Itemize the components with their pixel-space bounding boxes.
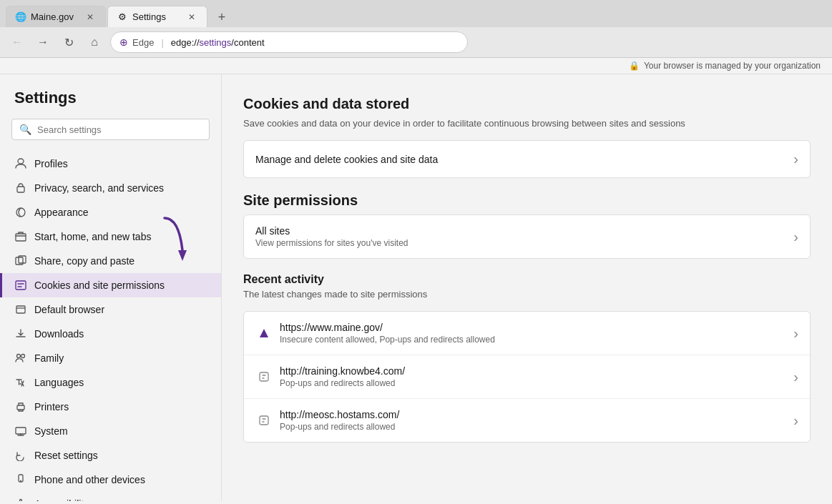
manage-cookies-content: Manage and delete cookies and site data — [255, 154, 793, 165]
hostams-favicon-icon — [255, 412, 273, 429]
site-row-knowbe4[interactable]: http://training.knowbe4.com/ Pop-ups and… — [244, 355, 810, 399]
org-banner: 🔒 Your browser is managed by your organi… — [0, 58, 832, 74]
sidebar-item-cookies[interactable]: Cookies and site permissions — [0, 273, 221, 297]
sidebar-item-profiles-label: Profiles — [34, 158, 68, 169]
system-icon — [14, 425, 27, 438]
appearance-icon — [14, 206, 27, 219]
tab-maine[interactable]: 🌐 Maine.gov ✕ — [6, 6, 106, 27]
maine-desc: Insecure content allowed, Pop-ups and re… — [280, 335, 793, 345]
sidebar-item-reset[interactable]: Reset settings — [0, 443, 221, 468]
back-button[interactable]: ← — [7, 32, 27, 52]
sidebar-item-family-label: Family — [34, 352, 64, 364]
home-button[interactable]: ⌂ — [84, 32, 104, 52]
tab-settings[interactable]: ⚙ Settings ✕ — [107, 6, 207, 27]
svg-point-9 — [21, 355, 25, 358]
sidebar-item-accessibility[interactable]: Accessibility — [0, 492, 221, 501]
all-sites-row[interactable]: All sites View permissions for sites you… — [244, 215, 810, 258]
address-input[interactable]: ⊕ Edge | edge://settings/content — [110, 31, 468, 53]
refresh-button[interactable]: ↻ — [59, 32, 79, 52]
all-sites-content: All sites View permissions for sites you… — [255, 225, 793, 248]
manage-cookies-title: Manage and delete cookies and site data — [255, 154, 793, 165]
cookies-section: Cookies and data stored Save cookies and… — [243, 96, 811, 178]
sidebar-item-system-label: System — [34, 425, 68, 437]
tab-settings-favicon: ⚙ — [117, 11, 128, 23]
knowbe4-favicon-icon — [255, 368, 273, 385]
sidebar-item-privacy-label: Privacy, search, and services — [34, 182, 164, 194]
sidebar-item-profiles[interactable]: Profiles — [0, 152, 221, 176]
family-icon — [14, 352, 27, 365]
sidebar-item-default-browser[interactable]: Default browser — [0, 297, 221, 322]
cookies-section-desc: Save cookies and data on your device in … — [243, 118, 811, 129]
edge-icon: ⊕ — [119, 36, 128, 48]
sidebar-item-languages-label: Languages — [34, 377, 84, 388]
cookies-card: Manage and delete cookies and site data … — [243, 140, 811, 178]
sidebar-item-downloads-label: Downloads — [34, 328, 84, 340]
sidebar-item-privacy[interactable]: Privacy, search, and services — [0, 176, 221, 200]
sidebar-item-phone-label: Phone and other devices — [34, 474, 145, 485]
hostams-row-content: http://meosc.hostams.com/ Pop-ups and re… — [280, 409, 793, 432]
tab-maine-close[interactable]: ✕ — [84, 11, 97, 24]
sidebar-item-printers[interactable]: Printers — [0, 395, 221, 419]
search-box[interactable]: 🔍 — [11, 119, 210, 140]
forward-button[interactable]: → — [33, 32, 53, 52]
recent-activity-card: https://www.maine.gov/ Insecure content … — [243, 311, 811, 443]
sidebar-item-default-browser-label: Default browser — [34, 304, 104, 315]
maine-row-content: https://www.maine.gov/ Insecure content … — [280, 322, 793, 345]
svg-rect-11 — [16, 428, 26, 434]
sidebar-item-start-home-label: Start, home, and new tabs — [34, 231, 151, 242]
address-text: edge://settings/content — [171, 37, 265, 48]
address-prefix: Edge — [132, 37, 154, 48]
sidebar-item-start-home[interactable]: Start, home, and new tabs — [0, 224, 221, 249]
new-tab-button[interactable]: + — [212, 7, 232, 27]
permissions-card: All sites View permissions for sites you… — [243, 214, 811, 259]
downloads-icon — [14, 327, 27, 340]
tab-bar: 🌐 Maine.gov ✕ ⚙ Settings ✕ + — [0, 0, 832, 27]
reset-icon — [14, 449, 27, 462]
knowbe4-desc: Pop-ups and redirects allowed — [280, 378, 793, 388]
maine-chevron: › — [793, 325, 798, 342]
lock-icon: 🔒 — [629, 61, 640, 71]
sidebar-item-accessibility-label: Accessibility — [34, 498, 89, 501]
maine-favicon-icon — [255, 325, 273, 342]
sidebar-item-reset-label: Reset settings — [34, 450, 98, 461]
manage-cookies-chevron: › — [793, 151, 798, 167]
svg-rect-1 — [17, 187, 24, 192]
browser-chrome: 🌐 Maine.gov ✕ ⚙ Settings ✕ + ← → ↻ ⌂ ⊕ E… — [0, 0, 832, 58]
privacy-icon — [14, 182, 27, 194]
recent-activity-desc: The latest changes made to site permissi… — [243, 289, 811, 300]
svg-point-2 — [16, 208, 25, 217]
sidebar-item-languages[interactable]: Languages — [0, 370, 221, 395]
cookies-icon — [14, 279, 27, 292]
sidebar-item-appearance[interactable]: Appearance — [0, 200, 221, 224]
all-sites-title: All sites — [255, 225, 793, 237]
address-bar: ← → ↻ ⌂ ⊕ Edge | edge://settings/content — [0, 27, 832, 57]
search-input[interactable] — [37, 124, 202, 135]
hostams-desc: Pop-ups and redirects allowed — [280, 422, 793, 432]
svg-point-8 — [17, 355, 21, 358]
svg-point-13 — [20, 500, 22, 502]
manage-cookies-row[interactable]: Manage and delete cookies and site data … — [244, 141, 810, 177]
sidebar-item-share-copy[interactable]: Share, copy and paste — [0, 249, 221, 273]
sidebar-item-system[interactable]: System — [0, 419, 221, 443]
sidebar-item-phone[interactable]: Phone and other devices — [0, 468, 221, 492]
tab-settings-close[interactable]: ✕ — [185, 11, 198, 24]
cookies-section-title: Cookies and data stored — [243, 96, 811, 112]
sidebar-item-share-copy-label: Share, copy and paste — [34, 255, 134, 267]
sidebar-title: Settings — [0, 89, 221, 119]
sidebar-item-family[interactable]: Family — [0, 346, 221, 370]
hostams-chevron: › — [793, 412, 798, 429]
site-row-hostams[interactable]: http://meosc.hostams.com/ Pop-ups and re… — [244, 399, 810, 442]
site-row-maine[interactable]: https://www.maine.gov/ Insecure content … — [244, 312, 810, 355]
knowbe4-url: http://training.knowbe4.com/ — [280, 365, 793, 377]
share-copy-icon — [14, 255, 27, 267]
main-layout: Settings 🔍 Profiles Privacy, search, and… — [0, 74, 832, 501]
tab-maine-favicon: 🌐 — [15, 11, 26, 23]
permissions-section: Site permissions All sites View permissi… — [243, 192, 811, 259]
tab-settings-label: Settings — [132, 11, 181, 22]
svg-rect-6 — [16, 281, 26, 290]
sidebar-item-appearance-label: Appearance — [34, 207, 89, 218]
sidebar-item-downloads[interactable]: Downloads — [0, 322, 221, 346]
sidebar-item-cookies-label: Cookies and site permissions — [34, 280, 165, 291]
all-sites-desc: View permissions for sites you've visite… — [255, 238, 793, 248]
knowbe4-row-content: http://training.knowbe4.com/ Pop-ups and… — [280, 365, 793, 388]
